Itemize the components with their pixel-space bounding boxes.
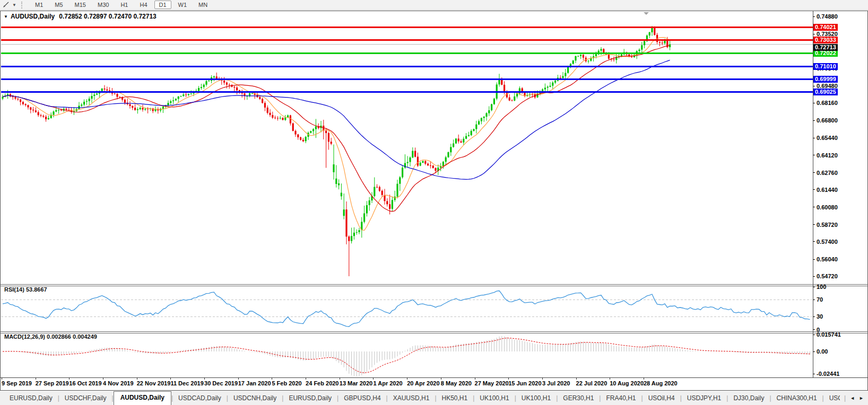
chart-dropdown-icon[interactable]: ▼ bbox=[4, 14, 8, 19]
chart-title: ▼AUDUSD,Daily0.72852 0.72897 0.72470 0.7… bbox=[4, 13, 157, 20]
trading-platform-window: ▼ M1M5M15M30H1H4D1W1MN ▼AUDUSD,Daily0.72… bbox=[0, 0, 868, 405]
rsi-label: RSI(14) 53.8667 bbox=[4, 286, 47, 293]
macd-label: MACD(12,26,9) 0.002866 0.004249 bbox=[4, 333, 97, 340]
chart-symbol: AUDUSD,Daily bbox=[11, 13, 55, 20]
chart-ohlc-values: 0.72852 0.72897 0.72470 0.72713 bbox=[59, 13, 157, 20]
chart-canvas[interactable] bbox=[0, 0, 868, 405]
